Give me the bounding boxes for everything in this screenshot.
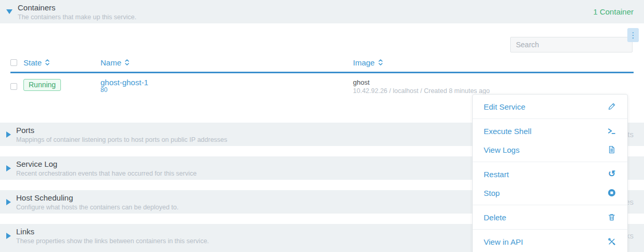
image-name: ghost: [353, 78, 634, 86]
container-port-link[interactable]: 80: [100, 86, 107, 94]
menu-item-delete[interactable]: Delete: [473, 208, 627, 227]
stop-icon: [607, 188, 616, 197]
menu-item-view-logs[interactable]: View Logs: [473, 140, 627, 159]
menu-item-stop[interactable]: Stop: [473, 183, 627, 202]
row-checkbox[interactable]: [10, 83, 17, 90]
sort-icon[interactable]: [378, 58, 383, 67]
container-count-badge: 1 Container: [593, 7, 634, 16]
section-title: Containers: [18, 3, 593, 12]
menu-item-edit-service[interactable]: Edit Service: [473, 97, 627, 116]
expand-arrow-icon[interactable]: [6, 131, 11, 138]
containers-section-header[interactable]: Containers The containers that make up t…: [0, 0, 644, 23]
column-header-state[interactable]: State: [23, 58, 100, 67]
expand-arrow-icon[interactable]: [6, 165, 11, 171]
file-icon: [607, 145, 616, 154]
search-input[interactable]: [510, 37, 633, 52]
sort-icon[interactable]: [124, 58, 130, 67]
status-badge: Running: [23, 79, 61, 91]
image-details: 10.42.92.26 / localhost / Created 8 minu…: [353, 87, 634, 95]
tools-icon: [607, 237, 616, 246]
container-name-link[interactable]: ghost-ghost-1: [100, 78, 148, 87]
menu-item-restart[interactable]: Restart ↺: [473, 165, 627, 183]
terminal-icon: [607, 126, 616, 136]
expand-arrow-icon[interactable]: [6, 199, 11, 205]
restart-icon: ↺: [607, 169, 616, 179]
table-header-row: State Name Image: [10, 58, 634, 73]
row-actions-button[interactable]: ⋮: [627, 28, 639, 42]
section-subtitle: The containers that make up this service…: [18, 14, 593, 21]
column-header-name[interactable]: Name: [100, 58, 353, 67]
menu-item-execute-shell[interactable]: Execute Shell: [473, 122, 627, 140]
collapse-arrow-icon[interactable]: [6, 9, 12, 14]
row-actions-menu: Edit Service Execute Shell View Logs Res…: [472, 94, 628, 252]
expand-arrow-icon[interactable]: [6, 233, 11, 239]
pencil-icon: [607, 102, 616, 111]
menu-item-view-in-api[interactable]: View in API: [473, 232, 627, 251]
sort-icon[interactable]: [45, 58, 50, 67]
select-all-checkbox[interactable]: [10, 59, 17, 66]
column-header-image[interactable]: Image: [353, 58, 617, 67]
trash-icon: [607, 213, 616, 222]
